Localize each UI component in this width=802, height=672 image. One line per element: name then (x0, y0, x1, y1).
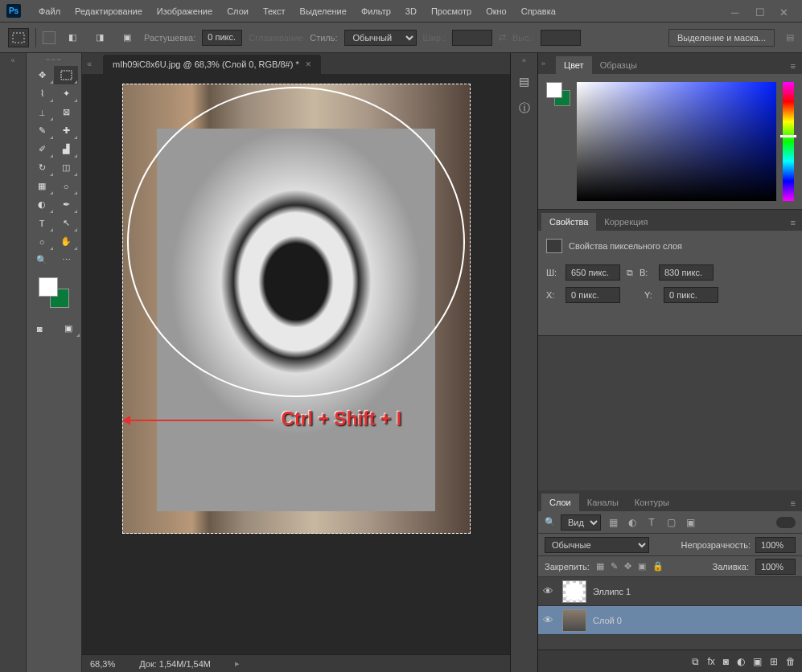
filter-shape-icon[interactable]: ▢ (664, 515, 678, 530)
canvas-viewport[interactable]: Ctrl + Shift + I (82, 74, 510, 654)
selection-mode-new[interactable] (43, 31, 56, 44)
eraser-tool[interactable]: ◫ (54, 158, 78, 177)
maximize-button[interactable]: ☐ (755, 6, 765, 16)
document-tab[interactable]: mIh09iC8x6U.jpg @ 68,3% (Слой 0, RGB/8#)… (103, 55, 321, 74)
visibility-toggle-icon[interactable]: 👁 (543, 614, 556, 626)
tab-paths[interactable]: Контуры (627, 494, 677, 511)
menu-filter[interactable]: Фильтр (355, 3, 397, 19)
lock-all-icon[interactable]: 🔒 (652, 561, 664, 572)
layer-row[interactable]: 👁 Слой 0 (538, 606, 802, 635)
hue-slider[interactable] (783, 82, 794, 201)
quickmask-tool[interactable]: ◙ (27, 319, 51, 338)
menu-layer[interactable]: Слои (220, 3, 255, 19)
menu-view[interactable]: Просмотр (425, 3, 478, 19)
selection-mode-subtract[interactable]: ◨ (89, 28, 110, 47)
filter-kind-select[interactable]: Вид (561, 514, 601, 531)
tab-color[interactable]: Цвет (556, 56, 592, 74)
collapse-chevron-icon[interactable]: « (0, 56, 26, 66)
document-canvas[interactable]: Ctrl + Shift + I (122, 84, 471, 534)
minimize-button[interactable]: ─ (731, 6, 741, 16)
y-field[interactable]: 0 пикс. (664, 287, 718, 303)
menu-help[interactable]: Справка (515, 3, 562, 19)
screen-mode-tool[interactable]: ▣ (56, 319, 80, 338)
zoom-level[interactable]: 68,3% (90, 659, 115, 669)
tab-chevron-icon[interactable]: « (87, 59, 103, 68)
style-select[interactable]: Обычный (344, 30, 417, 46)
panel-menu-icon[interactable]: ≡ (784, 215, 802, 231)
link-wh-icon[interactable]: ⧉ (627, 268, 633, 278)
visibility-toggle-icon[interactable]: 👁 (543, 585, 556, 597)
status-chevron-icon[interactable]: ▸ (235, 658, 240, 669)
panel-chevron-icon[interactable]: » (541, 59, 556, 68)
blur-tool[interactable]: ○ (54, 177, 78, 195)
healing-brush-tool[interactable]: ✚ (54, 121, 78, 140)
gradient-tool[interactable]: ▦ (30, 177, 54, 195)
tab-properties[interactable]: Свойства (541, 213, 596, 231)
adjustment-layer-icon[interactable]: ◐ (737, 656, 745, 667)
color-panel-swatches[interactable] (546, 82, 570, 106)
selection-mode-add[interactable]: ◧ (62, 28, 83, 47)
blend-mode-select[interactable]: Обычные (545, 537, 649, 553)
filter-type-icon[interactable]: T (644, 515, 659, 530)
height-field[interactable]: 830 пикс. (659, 264, 714, 281)
menu-select[interactable]: Выделение (294, 3, 353, 19)
close-button[interactable]: ✕ (779, 6, 789, 16)
magic-wand-tool[interactable]: ✦ (54, 84, 78, 103)
filter-pixel-icon[interactable]: ▦ (606, 515, 620, 530)
crop-tool[interactable]: ⟂ (30, 103, 54, 121)
frame-tool[interactable]: ⊠ (54, 103, 78, 121)
menu-3d[interactable]: 3D (399, 3, 423, 19)
clone-stamp-tool[interactable]: ▟ (54, 140, 78, 158)
pen-tool[interactable]: ✒ (54, 195, 78, 214)
doc-size-info[interactable]: Док: 1,54M/1,54M (139, 659, 211, 669)
opacity-field[interactable]: 100% (755, 537, 796, 553)
close-tab-icon[interactable]: × (306, 59, 311, 70)
edit-toolbar[interactable]: ⋯ (54, 251, 78, 269)
foreground-background-colors[interactable] (39, 277, 69, 308)
brush-tool[interactable]: ✐ (30, 140, 54, 158)
history-panel-icon[interactable]: ▤ (514, 71, 535, 92)
type-tool[interactable]: T (30, 214, 54, 232)
link-layers-icon[interactable]: ⧉ (692, 656, 699, 667)
move-tool[interactable]: ✥ (30, 66, 54, 84)
x-field[interactable]: 0 пикс. (566, 287, 620, 303)
info-panel-icon[interactable]: ⓘ (514, 98, 535, 119)
filter-smart-icon[interactable]: ▣ (683, 515, 697, 530)
width-field[interactable]: 650 пикс. (566, 264, 620, 281)
hand-tool[interactable]: ✋ (54, 232, 78, 251)
layer-style-icon[interactable]: fx (707, 656, 714, 667)
lock-position-icon[interactable]: ✥ (624, 561, 631, 572)
tab-adjustments[interactable]: Коррекция (596, 213, 656, 231)
tab-layers[interactable]: Слои (541, 494, 579, 511)
menu-edit[interactable]: Редактирование (68, 3, 149, 19)
eyedropper-tool[interactable]: ✎ (30, 121, 54, 140)
tab-channels[interactable]: Каналы (579, 494, 627, 511)
shape-tool[interactable]: ○ (30, 232, 54, 251)
menu-image[interactable]: Изображение (150, 3, 219, 19)
panel-menu-icon[interactable]: ≡ (784, 495, 802, 511)
marquee-tool[interactable] (54, 66, 78, 84)
fill-field[interactable]: 100% (755, 559, 796, 575)
lock-pixels-icon[interactable]: ▦ (596, 561, 604, 572)
zoom-tool[interactable]: 🔍 (30, 251, 54, 269)
lasso-tool[interactable]: ⌇ (30, 84, 54, 103)
panel-menu-icon[interactable]: ≡ (784, 58, 802, 74)
group-icon[interactable]: ▣ (753, 656, 762, 667)
selection-mode-intersect[interactable]: ▣ (117, 28, 138, 47)
tab-swatches[interactable]: Образцы (592, 56, 645, 74)
dodge-tool[interactable]: ◐ (30, 195, 54, 214)
lock-brush-icon[interactable]: ✎ (611, 561, 618, 572)
delete-layer-icon[interactable]: 🗑 (786, 656, 796, 667)
expand-chevron-icon[interactable]: « (522, 56, 526, 64)
feather-input[interactable]: 0 пикс. (202, 30, 242, 46)
filter-adjust-icon[interactable]: ◐ (625, 515, 640, 530)
options-menu-icon[interactable]: ▤ (786, 32, 794, 43)
layer-name[interactable]: Слой 0 (593, 616, 797, 625)
layer-thumbnail[interactable] (562, 609, 586, 632)
foreground-color[interactable] (39, 277, 58, 297)
menu-file[interactable]: Файл (32, 3, 67, 19)
lock-artboard-icon[interactable]: ▣ (638, 561, 646, 572)
path-selection-tool[interactable]: ↖ (54, 214, 78, 232)
layer-name[interactable]: Эллипс 1 (593, 587, 797, 596)
history-brush-tool[interactable]: ↻ (30, 158, 54, 177)
